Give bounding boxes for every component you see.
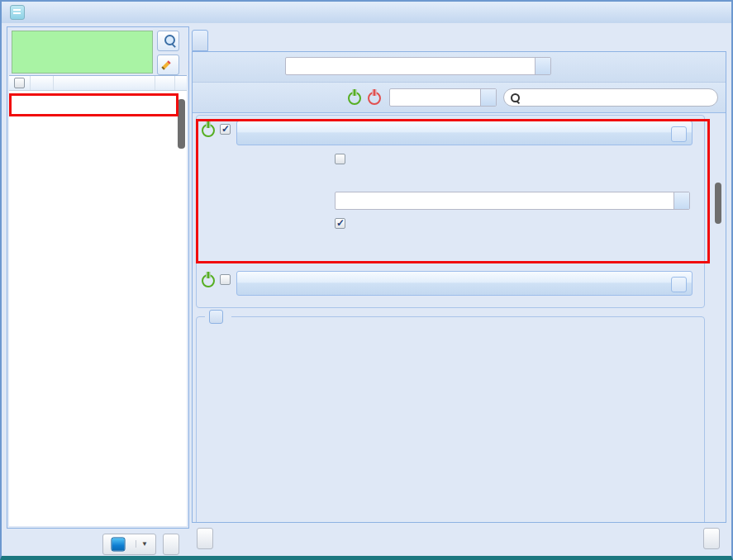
search-button[interactable] (157, 31, 179, 51)
grid-header (9, 76, 187, 91)
fieldset-collapse-button[interactable] (209, 310, 223, 324)
service-search-input[interactable] (525, 92, 711, 103)
app-window: ▼ (0, 0, 733, 560)
list-footer-toolbar: ▼ (7, 530, 189, 558)
fieldset-legend (205, 310, 231, 324)
vip-enabled-checkbox[interactable] (220, 124, 231, 135)
history-column-header (155, 76, 175, 90)
walkie-service-header[interactable] (236, 271, 693, 296)
vip-priority-value (336, 192, 674, 209)
tab-bar (192, 26, 726, 51)
services-panel-body (192, 51, 726, 523)
vip-priority-trigger[interactable] (674, 192, 689, 209)
profile-combo[interactable] (285, 57, 551, 75)
vip-power-icon[interactable] (202, 124, 215, 137)
filter-combo-value (390, 89, 480, 106)
pencil-icon (163, 59, 174, 71)
filter-note-area[interactable] (12, 31, 153, 74)
filter-toolbar (193, 83, 726, 113)
filter-combo-trigger[interactable] (480, 89, 496, 106)
vip-field-label (237, 195, 331, 208)
vip-service-header[interactable] (236, 121, 693, 145)
vip-field-label (237, 152, 331, 190)
search-icon (164, 35, 175, 45)
card-footer-toolbar (192, 524, 726, 553)
sip-logo-icon (112, 537, 126, 551)
disable-all-power-icon[interactable] (368, 92, 381, 105)
services-content (193, 112, 726, 522)
edit-button[interactable] (157, 55, 179, 75)
cancel-and-refresh-button[interactable] (197, 528, 213, 549)
subscriber-card-icon (10, 5, 25, 20)
number-column-header[interactable] (54, 76, 155, 90)
profile-combo-trigger[interactable] (535, 58, 550, 74)
service-search-field[interactable] (503, 88, 718, 107)
grid-rows (9, 90, 187, 526)
title-bar (2, 2, 731, 23)
add-subscriber-split-button[interactable]: ▼ (102, 534, 156, 555)
select-all-checkbox[interactable] (14, 78, 25, 88)
profile-combo-value (286, 58, 535, 74)
walkie-power-icon[interactable] (202, 274, 215, 287)
vip-field-label (237, 216, 331, 254)
profile-toolbar (193, 52, 726, 83)
subscriber-grid (9, 75, 187, 526)
vip-deny-low-priority-checkbox[interactable] (335, 218, 345, 229)
vip-priority-combo[interactable] (335, 192, 690, 210)
basic-services-container (196, 115, 705, 308)
walkie-enabled-checkbox[interactable] (220, 274, 231, 285)
forwarding-fieldset (196, 316, 705, 522)
subscriber-list-panel (7, 26, 189, 529)
vip-permanent-mode-checkbox[interactable] (335, 154, 345, 164)
tab-scroll-left-button[interactable] (192, 30, 208, 51)
search-icon (511, 93, 520, 102)
save-button[interactable] (703, 528, 720, 549)
delete-subscriber-button[interactable] (163, 534, 179, 555)
split-arrow-icon[interactable]: ▼ (136, 540, 148, 548)
enable-all-power-icon[interactable] (348, 92, 361, 105)
expand-button[interactable] (671, 277, 687, 292)
grid-scrollbar-thumb[interactable] (178, 99, 185, 149)
status-column-header (31, 76, 54, 90)
content-scrollbar-thumb[interactable] (715, 183, 721, 224)
collapse-button[interactable] (671, 126, 687, 142)
filter-combo[interactable] (389, 88, 497, 107)
subscriber-card-panel (192, 26, 726, 553)
